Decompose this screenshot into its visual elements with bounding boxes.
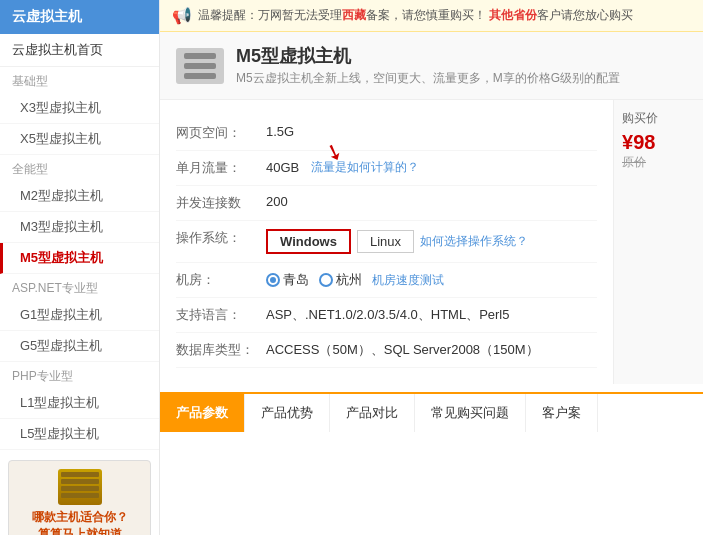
sidebar-item-g1[interactable]: G1型虚拟主机 — [0, 300, 159, 331]
purchase-sidebar: 购买价 ¥98 原价 — [613, 100, 703, 384]
sidebar-item-m3[interactable]: M3型虚拟主机 — [0, 212, 159, 243]
sidebar-item-l1[interactable]: L1型虚拟主机 — [0, 388, 159, 419]
purchase-price: ¥98 — [622, 131, 695, 154]
spec-connections-value: 200 — [266, 194, 288, 209]
spec-db-value: ACCESS（50M）、SQL Server2008（150M） — [266, 341, 539, 359]
notice-icon: 📢 — [172, 6, 192, 25]
product-title: M5型虚拟主机 — [236, 44, 620, 68]
spec-datacenter-label: 机房： — [176, 271, 266, 289]
main-content: 📢 温馨提醒：万网暂无法受理西藏备案，请您慎重购买！ 其他省份客户请您放心购买 … — [160, 0, 703, 535]
purchase-label: 购买价 — [622, 110, 695, 127]
spec-datacenter-value: 青岛 杭州 机房速度测试 — [266, 271, 444, 289]
product-header: M5型虚拟主机 M5云虚拟主机全新上线，空间更大、流量更多，M享的价格G级别的配… — [160, 32, 703, 100]
sidebar: 云虚拟主机 云虚拟主机首页 基础型 X3型虚拟主机 X5型虚拟主机 全能型 M2… — [0, 0, 160, 535]
spec-connections-row: 并发连接数 200 — [176, 186, 597, 221]
spec-datacenter-row: 机房： 青岛 杭州 机房速度测试 — [176, 263, 597, 298]
tab-product-advantage[interactable]: 产品优势 — [245, 394, 330, 432]
spec-os-label: 操作系统： — [176, 229, 266, 247]
os-help-link[interactable]: 如何选择操作系统？ — [420, 233, 528, 250]
sidebar-section-basic: 基础型 — [0, 67, 159, 93]
specs-section: 网页空间： 1.5G 单月流量： 40GB ➘ 流量是如何计算的？ — [160, 100, 613, 384]
abacus-icon — [58, 469, 102, 505]
tab-bar: 产品参数 产品优势 产品对比 常见购买问题 客户案 — [160, 392, 703, 432]
sidebar-section-php: PHP专业型 — [0, 362, 159, 388]
tab-faq[interactable]: 常见购买问题 — [415, 394, 526, 432]
tab-product-params[interactable]: 产品参数 — [160, 394, 245, 432]
sidebar-section-all: 全能型 — [0, 155, 159, 181]
tab-product-compare[interactable]: 产品对比 — [330, 394, 415, 432]
sidebar-section-asp: ASP.NET专业型 — [0, 274, 159, 300]
promo-box: 哪款主机适合你？ 算算马上就知道 查看详情>> — [8, 460, 151, 535]
promo-text-1: 哪款主机适合你？ 算算马上就知道 — [17, 509, 142, 535]
spec-space-label: 网页空间： — [176, 124, 266, 142]
sidebar-item-m5[interactable]: M5型虚拟主机 — [0, 243, 159, 274]
spec-os-row: 操作系统： Windows Linux 如何选择操作系统？ — [176, 221, 597, 263]
spec-traffic-row: 单月流量： 40GB ➘ 流量是如何计算的？ — [176, 151, 597, 186]
radio-dot-hangzhou — [319, 273, 333, 287]
sidebar-main-link[interactable]: 云虚拟主机首页 — [0, 34, 159, 67]
content-area: 网页空间： 1.5G 单月流量： 40GB ➘ 流量是如何计算的？ — [160, 100, 703, 384]
spec-os-value: Windows Linux 如何选择操作系统？ — [266, 229, 528, 254]
spec-traffic-value: 40GB ➘ 流量是如何计算的？ — [266, 159, 419, 176]
spec-traffic-label: 单月流量： — [176, 159, 266, 177]
sidebar-title: 云虚拟主机 — [0, 0, 159, 34]
datacenter-radio-group: 青岛 杭州 机房速度测试 — [266, 271, 444, 289]
spec-db-label: 数据库类型： — [176, 341, 266, 359]
os-linux-button[interactable]: Linux — [357, 230, 414, 253]
spec-space-row: 网页空间： 1.5G — [176, 116, 597, 151]
spec-connections-label: 并发连接数 — [176, 194, 266, 212]
datacenter-test-link[interactable]: 机房速度测试 — [372, 272, 444, 289]
spec-language-label: 支持语言： — [176, 306, 266, 324]
sidebar-item-l5[interactable]: L5型虚拟主机 — [0, 419, 159, 450]
product-icon — [176, 48, 224, 84]
tab-customer[interactable]: 客户案 — [526, 394, 598, 432]
sidebar-item-x5[interactable]: X5型虚拟主机 — [0, 124, 159, 155]
radio-dot-qingdao — [266, 273, 280, 287]
spec-language-row: 支持语言： ASP、.NET1.0/2.0/3.5/4.0、HTML、Perl5 — [176, 298, 597, 333]
datacenter-qingdao[interactable]: 青岛 — [266, 271, 309, 289]
spec-language-value: ASP、.NET1.0/2.0/3.5/4.0、HTML、Perl5 — [266, 306, 509, 324]
sidebar-item-g5[interactable]: G5型虚拟主机 — [0, 331, 159, 362]
spec-space-value: 1.5G — [266, 124, 294, 139]
product-subtitle: M5云虚拟主机全新上线，空间更大、流量更多，M享的价格G级别的配置 — [236, 70, 620, 87]
sidebar-item-m2[interactable]: M2型虚拟主机 — [0, 181, 159, 212]
os-windows-button[interactable]: Windows — [266, 229, 351, 254]
sidebar-item-x3[interactable]: X3型虚拟主机 — [0, 93, 159, 124]
datacenter-hangzhou[interactable]: 杭州 — [319, 271, 362, 289]
notice-bar: 📢 温馨提醒：万网暂无法受理西藏备案，请您慎重购买！ 其他省份客户请您放心购买 — [160, 0, 703, 32]
spec-db-row: 数据库类型： ACCESS（50M）、SQL Server2008（150M） — [176, 333, 597, 368]
notice-text: 温馨提醒：万网暂无法受理西藏备案，请您慎重购买！ 其他省份客户请您放心购买 — [198, 7, 633, 24]
purchase-original: 原价 — [622, 154, 695, 171]
